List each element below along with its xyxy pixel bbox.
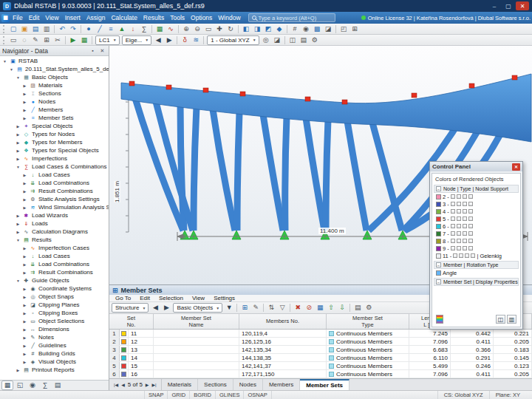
legend-checkbox[interactable] (457, 194, 461, 199)
tree-item-printout-reports[interactable]: ▶▤Printout Reports (0, 366, 109, 374)
menu-edit[interactable]: Edit (26, 13, 43, 23)
expanded-arrow-icon[interactable]: ▼ (16, 279, 21, 283)
cell-v2[interactable]: 0.123 (494, 362, 532, 369)
tree-item-object-selections[interactable]: ▶▭Object Selections (0, 317, 109, 325)
load-case-name-combo[interactable]: Eige...▼ (122, 35, 152, 45)
collapsed-arrow-icon[interactable]: ▶ (22, 246, 27, 250)
status-toggle-snap[interactable]: SNAP (145, 391, 168, 399)
collapsed-arrow-icon[interactable]: ▶ (22, 327, 27, 332)
cell-no[interactable]: 13 (129, 346, 154, 353)
legend-checkbox[interactable] (463, 216, 467, 221)
cell-v2[interactable]: 0.145 (494, 354, 532, 361)
navigator-tab-display[interactable]: ◱ (14, 381, 26, 390)
collapsed-arrow-icon[interactable]: ▶ (22, 108, 27, 112)
expanded-arrow-icon[interactable]: ▼ (16, 165, 21, 169)
legend-row[interactable]: Angle (434, 269, 519, 276)
legend-checkbox[interactable] (468, 202, 473, 206)
tree-item-imperfection-cases[interactable]: ▶∿Imperfection Cases (0, 244, 109, 252)
legend-row[interactable]: 3 - (434, 200, 519, 208)
table-category-combo[interactable]: Basic Objects▼ (173, 303, 222, 313)
collapsed-arrow-icon[interactable]: ▶ (22, 295, 27, 299)
print-table-icon[interactable]: ▤ (352, 303, 363, 313)
col-header-set[interactable]: SetNo. (109, 314, 154, 329)
undo-icon[interactable]: ↶ (57, 24, 67, 34)
collapsed-arrow-icon[interactable]: ▶ (16, 368, 21, 372)
new-member-icon[interactable]: ╱ (95, 24, 105, 34)
legend-row[interactable]: 7 - (434, 230, 519, 237)
visibilities-combo-caret-icon[interactable]: ▼ (253, 38, 256, 42)
navigator-tab-printout[interactable]: ▤ (52, 381, 64, 390)
tree-item-nodes[interactable]: ▶●Nodes (0, 98, 109, 106)
tree-item-loads[interactable]: ▶⇓Loads (0, 219, 109, 228)
tree-item-result-combinations[interactable]: ▶⇉Result Combinations (0, 268, 109, 276)
navigator-pin-icon[interactable]: ▪ (89, 47, 97, 55)
cell-length[interactable]: 6.683 (409, 346, 451, 353)
tables-icon[interactable]: ⊞ (349, 24, 360, 34)
legend-checkbox[interactable] (457, 202, 461, 206)
menu-options[interactable]: Options (188, 13, 215, 23)
cell-v1[interactable]: 0.411 (451, 338, 494, 345)
table-tab-members[interactable]: Members (263, 379, 300, 390)
menu-results[interactable]: Results (140, 13, 167, 23)
load-combinations-icon[interactable]: ∑ (139, 24, 149, 34)
collapsed-arrow-icon[interactable]: ▶ (22, 92, 27, 96)
legend-checkbox[interactable] (457, 209, 461, 214)
legend-checkbox[interactable] (457, 224, 461, 228)
legend-checkbox[interactable] (459, 253, 463, 258)
cell-length[interactable]: 6.110 (409, 354, 451, 361)
cell-no[interactable]: 15 (129, 362, 154, 369)
legend-row[interactable]: 8 - (434, 237, 519, 245)
collapsed-arrow-icon[interactable]: ▶ (22, 173, 27, 177)
filter-icon[interactable]: ▽ (277, 303, 287, 313)
cell-name[interactable] (154, 338, 239, 345)
status-toggle-grid[interactable]: GRID (168, 391, 190, 399)
tree-item-static-analysis-settings[interactable]: ▶⚙Static Analysis Settings (0, 195, 109, 203)
cell-members[interactable]: 172,171,150 (239, 370, 327, 378)
collapsed-arrow-icon[interactable]: ▶ (22, 270, 27, 275)
cell-name[interactable] (154, 354, 239, 361)
legend-checkbox[interactable] (451, 202, 455, 206)
previous-load-case-icon[interactable]: ◀ (153, 35, 163, 45)
collapse-icon[interactable]: − (436, 186, 441, 191)
search-input[interactable]: Type a keyword (Alt+Q) (248, 13, 335, 22)
tree-item-coordinate-systems[interactable]: ▶◉Coordinate Systems (0, 284, 109, 293)
collapsed-arrow-icon[interactable]: ▶ (22, 262, 27, 267)
cell-v1[interactable]: 0.291 (451, 354, 494, 361)
legend-row[interactable]: 5 - (434, 215, 519, 222)
collapsed-arrow-icon[interactable]: ▶ (22, 335, 27, 340)
rendering-icon[interactable]: ▩ (312, 24, 322, 34)
legend-checkbox[interactable] (463, 224, 467, 228)
menu-tools[interactable]: Tools (167, 13, 188, 23)
new-support-icon[interactable]: ▲ (117, 24, 127, 34)
collapsed-arrow-icon[interactable]: ▶ (16, 149, 21, 153)
tree-item-special-objects[interactable]: ▶✦Special Objects (0, 122, 109, 130)
cell-v2[interactable]: 0.205 (494, 370, 532, 378)
collapsed-arrow-icon[interactable]: ▶ (22, 319, 27, 324)
view-xy-icon[interactable]: ◩ (263, 24, 273, 34)
cell-no[interactable]: 12 (129, 338, 154, 345)
cell-v1[interactable]: 0.246 (451, 362, 494, 369)
table-menu-settings[interactable]: Settings (209, 295, 239, 301)
deformations-icon[interactable]: δ (180, 35, 190, 45)
cell-name[interactable] (154, 330, 239, 337)
menu-calculate[interactable]: Calculate (108, 13, 140, 23)
color-scale-icon[interactable] (436, 315, 443, 324)
zoom-out-icon[interactable]: ⊖ (192, 24, 202, 34)
legend-checkbox[interactable] (451, 246, 455, 250)
view-xz-icon[interactable]: ◨ (252, 24, 262, 34)
close-button[interactable]: ✕ (516, 1, 529, 10)
save-icon[interactable]: ▤ (30, 24, 41, 34)
table-menu-selection[interactable]: Selection (154, 295, 188, 301)
table-group-combo[interactable]: Structure▼ (112, 303, 149, 313)
cell-type[interactable]: Continuous Members (327, 338, 409, 345)
legend-checkbox[interactable] (468, 246, 473, 250)
deselect-icon[interactable]: ◌ (19, 35, 30, 45)
tree-item-object-snaps[interactable]: ▶◎Object Snaps (0, 293, 109, 301)
table-menu-go-to[interactable]: Go To (111, 295, 135, 301)
tree-item-load-combinations[interactable]: ▶⇊Load Combinations (0, 260, 109, 268)
load-case-number-combo[interactable]: LC1▼ (95, 35, 120, 45)
legend-checkbox[interactable] (468, 239, 473, 243)
tree-item-guidelines[interactable]: ▶╱Guidelines (0, 341, 109, 349)
select-in-table-icon[interactable]: ▦ (315, 303, 325, 313)
collapsed-arrow-icon[interactable]: ▶ (16, 132, 21, 137)
